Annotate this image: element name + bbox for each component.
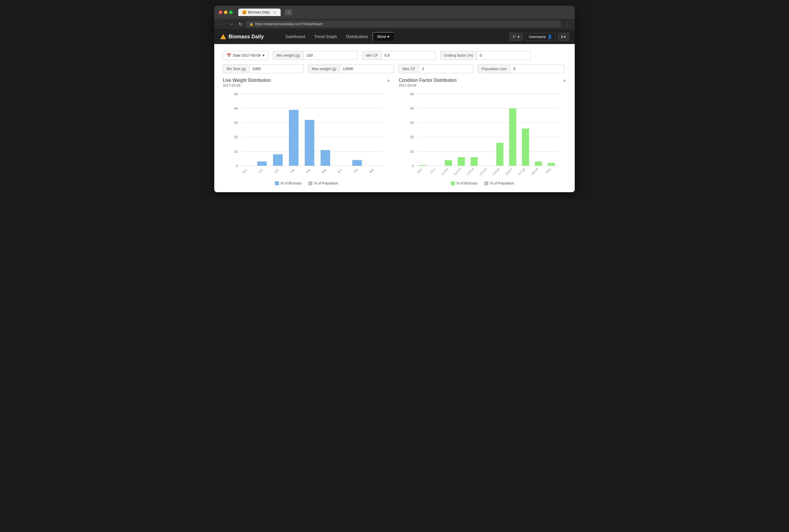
date-label: Date 2017-05-09 bbox=[233, 53, 261, 57]
svg-text:0: 0 bbox=[236, 164, 238, 168]
svg-text:1.2-1.3: 1.2-1.3 bbox=[453, 168, 461, 176]
lwd-svg-wrap: 0 10 20 30 40 50 bbox=[223, 88, 390, 178]
flag-btn[interactable]: 🏳 ▾ bbox=[509, 33, 523, 41]
cfd-bar-0 bbox=[419, 165, 426, 166]
more-caret: ▾ bbox=[387, 34, 389, 39]
min-weight-input[interactable] bbox=[303, 51, 358, 60]
lwd-biomass-label: % of Biomass bbox=[281, 181, 302, 185]
close-btn[interactable] bbox=[219, 11, 222, 14]
date-filter: 📅 Date 2017-05-09 ▾ bbox=[223, 51, 268, 60]
cfd-bar-6 bbox=[496, 143, 504, 166]
svg-text:7-8: 7-8 bbox=[353, 169, 358, 174]
svg-text:5-6: 5-6 bbox=[321, 169, 327, 174]
main-content: 📅 Date 2017-05-09 ▾ Min weight (g) Min C… bbox=[214, 44, 575, 192]
svg-text:50: 50 bbox=[410, 92, 414, 96]
svg-text:0-1: 0-1 bbox=[242, 169, 248, 174]
svg-text:1-2: 1-2 bbox=[258, 169, 263, 174]
cfd-population-color bbox=[484, 181, 488, 185]
app-nav: Biomass Daily Dashboard Trend Graph Dist… bbox=[214, 29, 575, 44]
svg-text:20: 20 bbox=[234, 135, 238, 139]
lock-icon: 🔒 bbox=[249, 22, 253, 26]
bin-size-input[interactable] bbox=[249, 64, 303, 73]
cfd-legend: % of Biomass % of Population bbox=[399, 181, 566, 185]
info-caret: ▾ bbox=[564, 35, 566, 39]
svg-text:30: 30 bbox=[410, 121, 414, 125]
cfd-bar-9 bbox=[535, 162, 542, 166]
svg-text:10: 10 bbox=[410, 150, 414, 153]
svg-text:10: 10 bbox=[234, 150, 238, 153]
browser-tab[interactable]: ▲ Biomass Daily ✕ bbox=[238, 8, 281, 16]
max-cf-input[interactable] bbox=[419, 64, 473, 73]
max-weight-input[interactable] bbox=[340, 64, 394, 73]
svg-text:1-1.1: 1-1.1 bbox=[429, 168, 436, 174]
address-bar[interactable]: 🔒 https://www.biomassdaily.com/?#/dashbo… bbox=[246, 21, 561, 27]
lwd-biomass-color bbox=[275, 181, 279, 185]
maximize-btn[interactable] bbox=[229, 11, 232, 14]
lwd-menu-icon[interactable]: ≡ bbox=[387, 78, 390, 83]
cfd-menu-icon[interactable]: ≡ bbox=[563, 78, 566, 83]
lwd-population-color bbox=[308, 181, 313, 185]
lwd-legend-biomass: % of Biomass bbox=[275, 181, 302, 185]
cfd-biomass-label: % of Biomass bbox=[456, 181, 477, 185]
svg-text:1.1-1.2: 1.1-1.2 bbox=[440, 168, 448, 176]
svg-text:1.3-1.4: 1.3-1.4 bbox=[466, 168, 474, 176]
lwd-legend-population: % of Population bbox=[308, 181, 338, 185]
user-btn[interactable]: Username 👤 bbox=[525, 33, 556, 41]
browser-toolbar: ← → ↻ 🔒 https://www.biomassdaily.com/?#/… bbox=[214, 19, 575, 29]
back-btn[interactable]: ← bbox=[218, 21, 225, 27]
browser-menu-btn[interactable]: ⋮ bbox=[563, 21, 571, 27]
nav-trend-graph[interactable]: Trend Graph bbox=[310, 29, 342, 44]
lwd-bar-4 bbox=[305, 120, 314, 166]
more-label: More bbox=[377, 34, 386, 39]
max-weight-group: Max weight (g) bbox=[308, 64, 394, 73]
cfd-legend-population: % of Population bbox=[484, 181, 514, 185]
svg-text:0.9-1: 0.9-1 bbox=[416, 168, 423, 174]
charts-row: Live Weight Distribution 2017-05-09 ≡ bbox=[223, 78, 566, 185]
min-cf-group: Min CF bbox=[362, 51, 436, 60]
svg-text:3-4: 3-4 bbox=[290, 169, 295, 174]
lwd-bar-5 bbox=[321, 150, 330, 166]
max-cf-label: Max CF bbox=[398, 64, 419, 73]
lwd-chart: Live Weight Distribution 2017-05-09 ≡ bbox=[223, 78, 390, 185]
max-weight-label: Max weight (g) bbox=[308, 64, 340, 73]
tab-close-btn[interactable]: ✕ bbox=[273, 10, 277, 14]
cfd-bar-2 bbox=[445, 160, 452, 166]
filter-row-1: 📅 Date 2017-05-09 ▾ Min weight (g) Min C… bbox=[223, 51, 566, 60]
minimize-btn[interactable] bbox=[224, 11, 227, 14]
svg-text:1.8-1.9: 1.8-1.9 bbox=[530, 168, 539, 176]
population-group: Population size bbox=[478, 64, 564, 73]
info-icon: ℹ bbox=[561, 35, 563, 39]
lwd-svg: 0 10 20 30 40 50 bbox=[223, 88, 390, 178]
cfd-chart-header: Condition Factor Distribution 2017-05-09… bbox=[399, 78, 566, 88]
nav-dashboard[interactable]: Dashboard bbox=[281, 29, 310, 44]
app-container: Biomass Daily Dashboard Trend Graph Dist… bbox=[214, 29, 575, 192]
gutting-label: Gutting factor (%) bbox=[440, 51, 476, 60]
lwd-chart-title: Live Weight Distribution bbox=[223, 78, 271, 83]
svg-text:8-9: 8-9 bbox=[369, 169, 374, 174]
svg-text:1.9-2: 1.9-2 bbox=[545, 168, 551, 174]
nav-more-btn[interactable]: More ▾ bbox=[373, 32, 394, 41]
max-cf-group: Max CF bbox=[398, 64, 473, 73]
lwd-bar-3 bbox=[289, 110, 298, 166]
user-icon: 👤 bbox=[548, 35, 552, 39]
filter-row-2: Bin Size (g) Max weight (g) Max CF Popul… bbox=[223, 64, 566, 73]
gutting-input[interactable] bbox=[476, 51, 531, 60]
svg-text:40: 40 bbox=[234, 107, 238, 110]
date-picker-btn[interactable]: 📅 Date 2017-05-09 ▾ bbox=[223, 51, 268, 60]
gutting-group: Gutting factor (%) bbox=[440, 51, 531, 60]
refresh-btn[interactable]: ↻ bbox=[237, 21, 244, 27]
forward-btn[interactable]: → bbox=[227, 21, 235, 27]
population-input[interactable] bbox=[510, 64, 564, 73]
svg-text:1.6-1.7: 1.6-1.7 bbox=[505, 168, 513, 176]
nav-distributions[interactable]: Distributions bbox=[341, 29, 373, 44]
date-caret: ▾ bbox=[263, 53, 265, 57]
cfd-chart-subtitle: 2017-05-09 bbox=[399, 83, 456, 88]
min-cf-input[interactable] bbox=[381, 51, 436, 60]
new-tab-btn[interactable]: + bbox=[285, 10, 292, 15]
bin-size-group: Bin Size (g) bbox=[223, 64, 303, 73]
tab-favicon: ▲ bbox=[242, 10, 246, 14]
lwd-bar-2 bbox=[273, 154, 283, 166]
info-btn[interactable]: ℹ ▾ bbox=[558, 33, 569, 41]
cfd-bar-4 bbox=[471, 157, 478, 166]
population-label: Population size bbox=[478, 64, 510, 73]
